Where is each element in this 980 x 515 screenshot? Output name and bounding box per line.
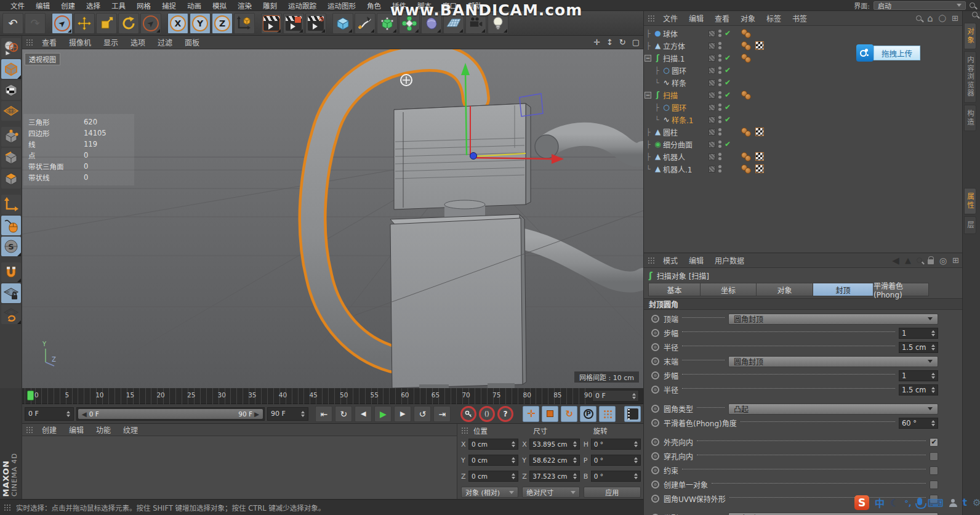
visibility-dots[interactable] (718, 91, 721, 99)
add-panel-icon[interactable]: ⊞ (952, 14, 958, 23)
object-tags[interactable] (741, 29, 752, 38)
key-parameter-button[interactable]: P (580, 406, 596, 422)
snap-button[interactable] (1, 262, 21, 282)
undo-button[interactable]: ↶ (2, 13, 23, 34)
panel-grip[interactable] (26, 426, 33, 434)
coordinate-field[interactable]: 0 cm (468, 455, 518, 466)
parameter-ring-icon[interactable] (651, 329, 659, 337)
object-name[interactable]: 圆环 (672, 102, 686, 113)
panel-grip[interactable] (461, 427, 468, 434)
visibility-dots[interactable] (718, 30, 721, 37)
frame-range-slider[interactable]: ◀ 0 F 90 F ▶ (76, 407, 265, 421)
coordinate-field[interactable]: 37.523 cm (529, 471, 579, 482)
expand-toggle[interactable]: − (645, 55, 651, 62)
spinner-步幅[interactable]: 1 (899, 370, 938, 381)
play-button[interactable]: ▶ (374, 406, 392, 422)
visibility-dots[interactable] (718, 128, 721, 136)
pointer-icon[interactable]: ▲ (905, 256, 911, 265)
sogou-logo-icon[interactable]: S (854, 495, 869, 510)
coordinate-field[interactable]: 0 ° (591, 471, 641, 482)
menu-item[interactable]: 编辑 (683, 255, 709, 266)
layer-chip[interactable] (709, 30, 715, 37)
menu-item[interactable]: 渲染 (232, 1, 257, 10)
play-backwards-button[interactable]: ↻ (335, 406, 352, 422)
menu-item[interactable]: 文件 (5, 1, 30, 10)
enabled-check-icon[interactable]: ✔ (725, 66, 733, 75)
loop-button[interactable]: ↺ (414, 406, 431, 422)
coordinate-mode-dropdown[interactable]: 绝对尺寸 (522, 487, 579, 498)
menu-item[interactable]: 选择 (81, 1, 106, 10)
dropdown-顶端[interactable]: 圆角封顶 (728, 314, 938, 325)
material-list-empty[interactable] (22, 436, 457, 498)
menu-item[interactable]: 网格 (131, 1, 156, 10)
enabled-check-icon[interactable]: ✔ (725, 140, 733, 148)
object-name[interactable]: 球体 (663, 28, 678, 39)
visibility-dots[interactable] (718, 79, 721, 86)
points-mode-button[interactable] (1, 127, 21, 147)
menu-item[interactable]: 选项 (124, 37, 151, 47)
object-row[interactable]: ├ ○ 圆环 ✔ (644, 101, 962, 113)
coordinate-field[interactable]: 58.622 cm (529, 455, 579, 466)
object-name[interactable]: 样条 (672, 78, 686, 88)
axis-mode-button[interactable] (1, 195, 21, 214)
expand-toggle[interactable]: − (645, 92, 651, 99)
menu-item[interactable]: 编辑 (683, 13, 709, 23)
object-name[interactable]: 扫描.1 (663, 53, 685, 63)
dock-tab-内容浏览器[interactable]: 内容浏览器 (964, 51, 976, 103)
menu-item[interactable]: 模拟 (207, 1, 232, 10)
menu-item[interactable]: 查看 (709, 13, 735, 23)
parameter-ring-icon[interactable] (651, 315, 659, 323)
texture-tag-icon[interactable] (755, 41, 764, 50)
dock-tab-构造[interactable]: 构造 (964, 105, 976, 131)
phong-tag-icon[interactable] (741, 29, 752, 38)
menu-item[interactable]: 摄像机 (63, 37, 97, 47)
search-icon[interactable] (916, 15, 922, 21)
phong-tag-icon[interactable] (741, 164, 752, 173)
object-name[interactable]: 扫描 (663, 90, 678, 100)
voice-input-icon[interactable] (917, 498, 922, 505)
workplane-alignment-button[interactable] (1, 304, 21, 324)
parameter-ring-icon[interactable] (651, 466, 659, 474)
parameter-ring-icon[interactable] (651, 481, 659, 489)
enabled-check-icon[interactable]: ✔ (725, 115, 733, 124)
phong-tag-icon[interactable] (741, 91, 752, 99)
phong-tag-icon[interactable] (741, 41, 752, 50)
chinese-mode-icon[interactable]: 中 (875, 495, 885, 510)
dock-tab-对象[interactable]: 对象 (964, 23, 976, 49)
panel-grip[interactable] (648, 257, 655, 264)
enabled-check-icon[interactable]: ✔ (725, 91, 733, 99)
panel-grip[interactable] (648, 15, 655, 22)
object-tags[interactable] (741, 128, 764, 136)
menu-item[interactable]: 编辑 (63, 424, 90, 435)
tab-对象[interactable]: 对象 (757, 283, 813, 296)
checkbox-外壳向内[interactable]: ✔ (930, 438, 938, 447)
parameter-ring-icon[interactable] (651, 438, 659, 446)
dock-tab-属性[interactable]: 属性 (964, 188, 976, 214)
search-icon[interactable] (917, 258, 922, 263)
dropdown-末端[interactable]: 圆角封顶 (728, 356, 938, 367)
viewport-3d-canvas[interactable]: 透视视图 三角形620四边形14105线119点0带状三角面0带状线0 网格间距… (22, 49, 643, 388)
key-scale-button[interactable] (542, 406, 558, 422)
texture-tag-icon[interactable] (755, 152, 764, 161)
viewport-maximize-icon[interactable]: ▢ (632, 38, 640, 47)
spinner-半径[interactable]: 1.5 cm (899, 342, 938, 353)
menu-item[interactable]: 标签 (761, 13, 787, 23)
dropdown-圆角类型[interactable]: 凸起 (728, 403, 938, 415)
phong-tag-icon[interactable] (741, 152, 752, 161)
go-to-end-button[interactable]: ⇥ (433, 406, 451, 422)
layer-chip[interactable] (709, 92, 715, 99)
tab-基本[interactable]: 基本 (648, 283, 701, 296)
enabled-check-icon[interactable]: ✔ (725, 78, 733, 87)
checkbox-创建单一对象[interactable] (930, 481, 938, 489)
parameter-ring-icon[interactable] (651, 419, 659, 427)
enabled-check-icon[interactable]: ✔ (725, 103, 733, 112)
motion-system-button[interactable] (624, 406, 641, 422)
texture-tag-icon[interactable] (755, 164, 764, 173)
object-row[interactable]: └ ▲ 机器人.1 (644, 163, 962, 175)
visibility-dots[interactable] (718, 116, 721, 123)
menu-item[interactable]: 用户数据 (709, 255, 750, 266)
parameter-ring-icon[interactable] (651, 357, 659, 365)
section-header[interactable]: 封顶圆角 (644, 298, 963, 310)
viewport-pan-icon[interactable]: ✛ (593, 38, 600, 47)
menu-item[interactable]: 编辑 (30, 1, 55, 10)
